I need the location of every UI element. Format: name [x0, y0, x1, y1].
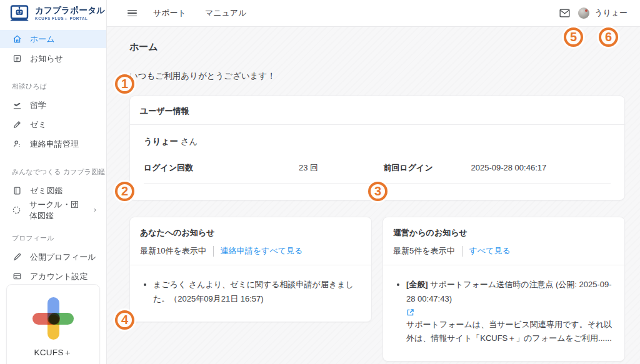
admin-news-body: [全般] サポートフォーム送信時の注意点 (公開: 2025-09-28 00:…	[383, 265, 624, 361]
sidebar-item-label: お知らせ	[30, 53, 63, 64]
admin-news-title: 運営からのお知らせ	[393, 228, 468, 237]
sidebar: カフプラポータル KCUFS PLUS＋ PORTAL ホーム	[0, 0, 107, 364]
kcufs-plus-logo	[31, 296, 76, 341]
personal-news-meta: 最新10件を表示中	[140, 245, 206, 257]
avatar	[578, 7, 589, 19]
sidebar-item-label: 連絡申請管理	[30, 139, 79, 150]
book-icon	[12, 186, 22, 196]
topbar-item-manual[interactable]: マニュアル	[205, 7, 247, 19]
sidebar-item-label: ゼミ	[30, 119, 47, 130]
sidebar-section-zukan: みんなでつくる カフプラ図鑑	[0, 167, 106, 177]
external-link-icon[interactable]	[406, 308, 613, 317]
stat-label: 前回ログイン	[384, 162, 471, 174]
sidebar-item-seminar-zukan[interactable]: ゼミ図鑑	[0, 182, 106, 200]
sidebar-item-contact-requests[interactable]: 連絡申請管理	[0, 135, 106, 153]
dashed-circle-icon	[12, 205, 21, 215]
personal-news-body: まごろく さんより、ゼミに関する相談申請が届きました。（2025年09月21日 …	[130, 265, 371, 322]
view-all-requests-link[interactable]: 連絡申請をすべて見る	[221, 245, 303, 257]
sidebar-item-label: 公開プロフィール	[30, 252, 96, 263]
sidebar-item-label: ホーム	[30, 34, 55, 45]
news-row: あなたへのお知らせ 最新10件を表示中 連絡申請をすべて見る まごろく さんより…	[129, 217, 625, 362]
admin-news-item-tag: [全般]	[406, 280, 428, 289]
admin-news-header: 運営からのお知らせ 最新5件を表示中 すべて見る	[383, 217, 624, 265]
sidebar-item-account-settings[interactable]: アカウント設定	[0, 267, 106, 285]
annotation-circle-2: 2	[115, 182, 134, 201]
sidebar-item-news[interactable]: お知らせ	[0, 49, 106, 67]
page-title: ホーム	[129, 41, 625, 53]
pen-icon	[12, 252, 22, 262]
topbar-menu: サポート マニュアル	[153, 7, 246, 19]
mail-icon[interactable]	[559, 9, 570, 17]
user-info-card-title: ユーザー情報	[140, 106, 189, 116]
topbar-right: うりょー	[559, 7, 628, 19]
sidebar-section-consult: 相談ひろば	[0, 82, 106, 91]
flight-takeoff-icon	[12, 101, 22, 111]
personal-news-meta-row: 最新10件を表示中 連絡申請をすべて見る	[140, 245, 361, 257]
admin-news-item-body: サポートフォームは、当サービス関連専用です。それ以外は、情報サイト「KCUFS＋…	[406, 318, 613, 347]
user-greeting: うりょー さん	[144, 136, 611, 147]
sidebar-nav: ホーム お知らせ 相談ひろば 留学	[0, 30, 106, 285]
sidebar-item-study-abroad[interactable]: 留学	[0, 96, 106, 114]
stat-value: 2025-09-28 00:46:17	[471, 163, 547, 172]
user-info-card-header: ユーザー情報	[130, 96, 624, 125]
stat-value: 23 回	[299, 162, 318, 174]
divider	[462, 246, 462, 257]
sidebar-item-label: 留学	[30, 100, 46, 111]
annotation-circle-6: 6	[599, 27, 618, 47]
brand-subtitle: KCUFS PLUS＋ PORTAL	[35, 17, 106, 21]
greeting-text: いつもご利用ありがとうございます！	[129, 71, 625, 82]
annotation-circle-1: 1	[115, 74, 134, 94]
annotation-circle-5: 5	[564, 27, 583, 47]
sidebar-section-profile: プロフィール	[0, 234, 106, 243]
admin-news-item-title: サポートフォーム送信時の注意点 (公開: 2025-09-28 00:47:43…	[406, 280, 612, 303]
admin-news-meta: 最新5件を表示中	[393, 245, 455, 257]
sidebar-item-circle-zukan[interactable]: サークル・団体図鑑	[0, 201, 106, 219]
annotation-circle-3: 3	[368, 182, 388, 201]
admin-news-meta-row: 最新5件を表示中 すべて見る	[393, 245, 614, 257]
user-stats: ログイン回数 23 回 前回ログイン 2025-09-28 00:46:17	[144, 160, 611, 184]
sidebar-item-label: サークル・団体図鑑	[29, 199, 84, 222]
sidebar-item-label: ゼミ図鑑	[30, 185, 63, 197]
user-display-name: うりょー	[144, 137, 178, 146]
personal-news-title: あなたへのお知らせ	[140, 228, 214, 237]
robot-laptop-icon	[8, 5, 31, 23]
user-name: うりょー	[594, 7, 628, 19]
personal-news-card: あなたへのお知らせ 最新10件を表示中 連絡申請をすべて見る まごろく さんより…	[129, 217, 372, 322]
kcufs-plus-label: KCUFS＋	[34, 347, 72, 358]
pencil-icon	[12, 120, 22, 130]
id-card-icon	[12, 272, 22, 282]
brand-text: カフプラポータル KCUFS PLUS＋ PORTAL	[35, 6, 106, 21]
topbar-item-support[interactable]: サポート	[153, 7, 186, 19]
brand-title: カフプラポータル	[35, 6, 106, 16]
personal-news-header: あなたへのお知らせ 最新10件を表示中 連絡申請をすべて見る	[130, 217, 371, 265]
stat-last-login: 前回ログイン 2025-09-28 00:46:17	[384, 160, 611, 184]
stat-login-count: ログイン回数 23 回	[144, 160, 371, 184]
view-all-news-link[interactable]: すべて見る	[469, 245, 511, 257]
chevron-right-icon	[92, 207, 98, 214]
hamburger-menu-icon[interactable]	[128, 10, 137, 17]
brand-logo[interactable]: カフプラポータル KCUFS PLUS＋ PORTAL	[0, 0, 106, 27]
sidebar-item-seminar[interactable]: ゼミ	[0, 116, 106, 134]
announcement-icon	[12, 54, 22, 64]
personal-news-item-text: まごろく さんより、ゼミに関する相談申請が届きました。（2025年09月21日 …	[153, 280, 354, 303]
admin-news-card: 運営からのお知らせ 最新5件を表示中 すべて見る [全般] サポートフォーム送信…	[382, 217, 625, 362]
sidebar-item-label: アカウント設定	[30, 271, 88, 282]
kcufs-plus-card[interactable]: KCUFS＋ 神戸市外大 みんなの情報サイト	[6, 284, 100, 364]
user-menu[interactable]: うりょー	[578, 7, 628, 19]
topbar: サポート マニュアル うりょー	[107, 0, 640, 27]
stat-label: ログイン回数	[144, 162, 299, 174]
sidebar-item-public-profile[interactable]: 公開プロフィール	[0, 248, 106, 266]
annotation-circle-4: 4	[115, 310, 134, 330]
user-name-suffix: さん	[181, 137, 198, 146]
admin-news-item: [全般] サポートフォーム送信時の注意点 (公開: 2025-09-28 00:…	[406, 278, 613, 346]
person-icon	[12, 139, 22, 149]
personal-news-item: まごろく さんより、ゼミに関する相談申請が届きました。（2025年09月21日 …	[153, 278, 360, 307]
portal-page: カフプラポータル KCUFS PLUS＋ PORTAL ホーム	[0, 0, 640, 364]
sidebar-item-home[interactable]: ホーム	[0, 30, 106, 48]
divider	[213, 246, 214, 257]
home-icon	[12, 34, 22, 44]
